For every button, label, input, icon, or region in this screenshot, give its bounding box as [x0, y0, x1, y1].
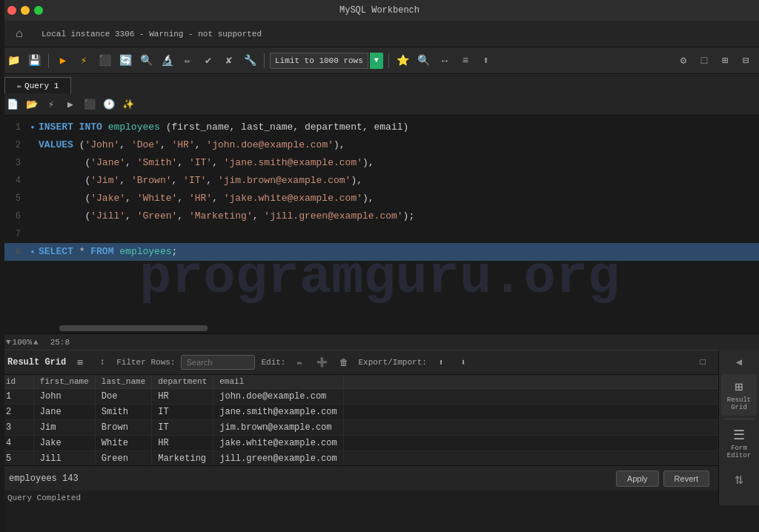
save-button[interactable]: 💾	[25, 52, 43, 70]
view3-button[interactable]: ⊟	[737, 52, 755, 70]
result-grid-panel-button[interactable]: ⊞ ResultGrid	[721, 374, 757, 416]
zoom-decrease-button[interactable]: ▼	[6, 338, 11, 347]
save-file-button[interactable]: ⚡	[43, 96, 59, 113]
query-tab-1[interactable]: ✏️ Query 1	[4, 77, 71, 93]
table-cell[interactable]: Marketing	[152, 451, 213, 466]
table-cell[interactable]: Brown	[95, 420, 151, 436]
minimize-button[interactable]	[21, 6, 30, 15]
col-header-first-name: first_name	[33, 375, 95, 389]
inspect-button[interactable]: 🔬	[158, 52, 176, 70]
table-cell[interactable]: 2	[0, 405, 33, 420]
auto-commit-button[interactable]: ✏️	[179, 52, 196, 70]
export-button[interactable]: ⬆	[477, 52, 495, 70]
add-row-button[interactable]: ➕	[314, 354, 330, 370]
code-line-6: 6 ('Jill', 'Green', 'Marketing', 'jill.g…	[0, 207, 759, 225]
table-cell[interactable]: 4	[0, 436, 33, 451]
export-button[interactable]: ⬆	[433, 354, 449, 370]
instance-label: Local instance 3306 - Warning - not supp…	[42, 30, 262, 39]
import-button[interactable]: ⬇	[455, 354, 471, 370]
delete-row-button[interactable]: 🗑	[336, 354, 352, 370]
limit-wrapper: Limit to 1000 rows ▼	[270, 53, 383, 69]
table-row[interactable]: 5JillGreenMarketingjill.green@example.co…	[0, 451, 718, 466]
close-button[interactable]	[7, 6, 16, 15]
stop-query-button[interactable]: ⬛	[82, 96, 98, 113]
table-cell[interactable]: HR	[152, 436, 213, 451]
settings-button[interactable]: ⚙	[675, 52, 692, 70]
col-header-email: email	[213, 375, 343, 389]
table-cell-extra	[343, 451, 717, 466]
code-content: 1 ● INSERT INTO employees (first_name, l…	[0, 116, 759, 264]
history-button[interactable]: 🕐	[101, 96, 117, 113]
format-button[interactable]: ≡	[457, 52, 474, 70]
grid-view-button[interactable]: ⊞	[72, 354, 88, 370]
form-editor-panel-button[interactable]: ☰ FormEditor	[721, 422, 757, 464]
table-cell[interactable]: Green	[95, 451, 151, 466]
table-cell[interactable]: Smith	[95, 405, 151, 420]
execute-query-button[interactable]: ▶	[54, 52, 72, 70]
table-row[interactable]: 4JakeWhiteHRjake.white@example.com	[0, 436, 718, 451]
view2-button[interactable]: ⊞	[716, 52, 734, 70]
apply-button[interactable]: Apply	[616, 471, 659, 487]
table-cell[interactable]: Doe	[95, 389, 151, 405]
table-cell[interactable]: Jill	[33, 451, 95, 466]
tab-name-label: employees 143	[9, 473, 79, 484]
code-line-3: 3 ('Jane', 'Smith', 'IT', 'jane.smith@ex…	[0, 154, 759, 172]
table-cell[interactable]: White	[95, 436, 151, 451]
code-editor[interactable]: 1 ● INSERT INTO employees (first_name, l…	[0, 116, 759, 323]
table-cell[interactable]: IT	[152, 420, 213, 436]
refresh-button[interactable]: 🔄	[116, 52, 134, 70]
bottom-status-bar: employees 143 Apply Revert	[0, 465, 718, 491]
execute-current-button[interactable]: ⚡	[75, 52, 93, 70]
limit-dropdown-button[interactable]: ▼	[370, 53, 383, 69]
bookmark-button[interactable]: ⭐	[394, 52, 412, 70]
table-cell[interactable]: Jim	[33, 420, 95, 436]
filter-rows-label: Filter Rows:	[116, 358, 175, 367]
toolbar-separator-1	[48, 53, 49, 68]
table-row[interactable]: 3JimBrownITjim.brown@example.com	[0, 420, 718, 436]
search-input[interactable]	[181, 355, 255, 370]
table-cell[interactable]: 1	[0, 389, 33, 405]
view-button[interactable]: □	[695, 52, 713, 70]
table-cell[interactable]: john.doe@example.com	[213, 389, 343, 405]
revert-button[interactable]: Revert	[663, 471, 709, 487]
wrap-button[interactable]: ↕	[94, 354, 110, 370]
table-cell[interactable]: John	[33, 389, 95, 405]
run-button[interactable]: ▶	[62, 96, 79, 113]
table-cell[interactable]: 5	[0, 451, 33, 466]
commit-button[interactable]: ✔	[199, 52, 217, 70]
table-cell[interactable]: 3	[0, 420, 33, 436]
table-cell[interactable]: jane.smith@example.com	[213, 405, 343, 420]
horizontal-scrollbar[interactable]	[59, 325, 208, 331]
zoom-increase-button[interactable]: ▲	[33, 338, 39, 347]
new-file-button[interactable]: 📄	[4, 96, 21, 113]
table-cell[interactable]: Jane	[33, 405, 95, 420]
explain-button[interactable]: 🔍	[137, 52, 155, 70]
result-grid-label: Result Grid	[7, 357, 66, 368]
copy-row-button[interactable]: □	[695, 354, 711, 370]
toggle-button[interactable]: 🔧	[241, 52, 259, 70]
table-row[interactable]: 2JaneSmithITjane.smith@example.com	[0, 405, 718, 420]
stop-button[interactable]: ⬛	[96, 52, 113, 70]
window-controls	[7, 6, 43, 15]
rollback-button[interactable]: ✘	[220, 52, 238, 70]
table-cell[interactable]: Jake	[33, 436, 95, 451]
table-cell[interactable]: jake.white@example.com	[213, 436, 343, 451]
table-cell[interactable]: IT	[152, 405, 213, 420]
replace-button[interactable]: ↔	[436, 52, 454, 70]
table-cell[interactable]: jim.brown@example.com	[213, 420, 343, 436]
table-cell-extra	[343, 420, 717, 436]
maximize-button[interactable]	[34, 6, 43, 15]
home-button[interactable]: ⌂	[6, 24, 33, 44]
open-folder-button[interactable]: 📁	[4, 52, 22, 70]
table-cell[interactable]: HR	[152, 389, 213, 405]
table-cell[interactable]: jill.green@example.com	[213, 451, 343, 466]
edit-row-button[interactable]: ✏️	[291, 354, 308, 370]
collapse-panel-button[interactable]: ◀	[736, 356, 742, 368]
table-row[interactable]: 1JohnDoeHRjohn.doe@example.com	[0, 389, 718, 405]
expand-arrow-button[interactable]: ⇅	[735, 470, 743, 488]
open-file-button[interactable]: 📂	[24, 96, 40, 113]
query-status-message: Query Completed	[7, 493, 81, 502]
limit-select[interactable]: Limit to 1000 rows	[270, 53, 368, 69]
search-button[interactable]: 🔍	[415, 52, 433, 70]
beautify-button[interactable]: ✨	[120, 96, 136, 113]
